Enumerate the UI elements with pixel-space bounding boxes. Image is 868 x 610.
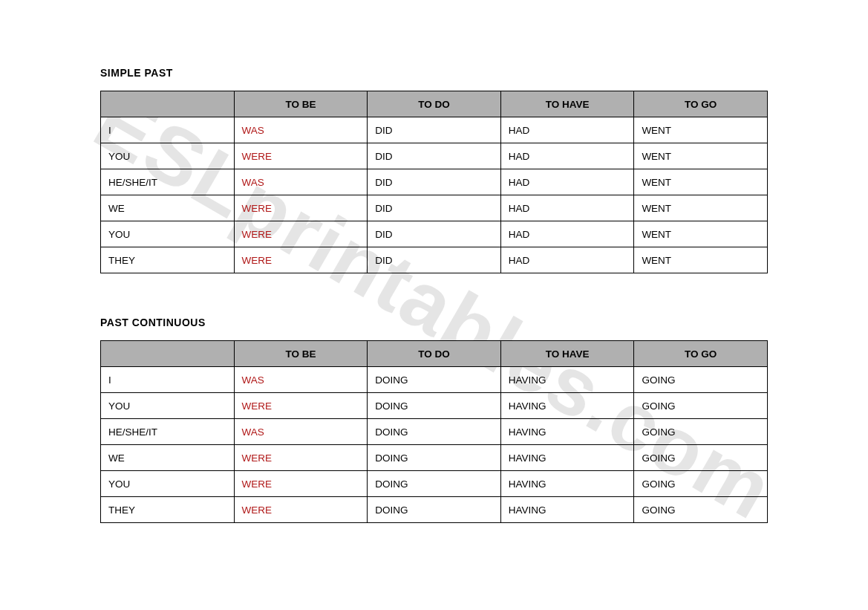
cell-have: HAD — [500, 247, 634, 273]
cell-go: WENT — [634, 169, 768, 195]
header-to-do: TO DO — [368, 91, 501, 117]
cell-pronoun: YOU — [101, 221, 235, 247]
cell-have: HAD — [500, 169, 634, 195]
cell-pronoun: THEY — [101, 247, 235, 273]
table-row: I WAS DID HAD WENT — [101, 117, 768, 143]
cell-be: WAS — [234, 117, 368, 143]
cell-do: DOING — [368, 471, 501, 497]
table-row: WE WERE DOING HAVING GOING — [101, 445, 768, 471]
table-header-row: TO BE TO DO TO HAVE TO GO — [101, 91, 768, 117]
cell-have: HAVING — [500, 393, 634, 419]
header-blank — [101, 91, 235, 117]
header-blank — [101, 341, 235, 367]
cell-be: WERE — [234, 497, 368, 523]
cell-have: HAVING — [500, 497, 634, 523]
table-row: YOU WERE DID HAD WENT — [101, 221, 768, 247]
cell-pronoun: YOU — [101, 471, 235, 497]
cell-go: WENT — [634, 247, 768, 273]
table-past-continuous: TO BE TO DO TO HAVE TO GO I WAS DOING HA… — [100, 340, 768, 523]
cell-go: GOING — [634, 445, 768, 471]
cell-go: WENT — [634, 117, 768, 143]
table-row: I WAS DOING HAVING GOING — [101, 367, 768, 393]
header-to-go: TO GO — [634, 341, 768, 367]
cell-go: GOING — [634, 497, 768, 523]
cell-have: HAD — [500, 195, 634, 221]
table-row: WE WERE DID HAD WENT — [101, 195, 768, 221]
cell-pronoun: HE/SHE/IT — [101, 169, 235, 195]
cell-be: WERE — [234, 195, 368, 221]
cell-have: HAD — [500, 221, 634, 247]
table-simple-past: TO BE TO DO TO HAVE TO GO I WAS DID HAD … — [100, 91, 768, 273]
cell-be: WERE — [234, 393, 368, 419]
section-title-simple-past: SIMPLE PAST — [100, 67, 768, 79]
cell-have: HAVING — [500, 419, 634, 445]
header-to-have: TO HAVE — [500, 91, 634, 117]
cell-do: DOING — [368, 393, 501, 419]
cell-go: WENT — [634, 195, 768, 221]
cell-be: WERE — [234, 143, 368, 169]
cell-do: DID — [368, 143, 501, 169]
cell-do: DOING — [368, 419, 501, 445]
header-to-be: TO BE — [234, 91, 368, 117]
cell-go: GOING — [634, 471, 768, 497]
table-row: THEY WERE DOING HAVING GOING — [101, 497, 768, 523]
cell-go: GOING — [634, 419, 768, 445]
cell-do: DOING — [368, 497, 501, 523]
cell-be: WERE — [234, 445, 368, 471]
cell-have: HAD — [500, 117, 634, 143]
cell-pronoun: HE/SHE/IT — [101, 419, 235, 445]
cell-have: HAVING — [500, 445, 634, 471]
cell-be: WAS — [234, 367, 368, 393]
cell-pronoun: YOU — [101, 143, 235, 169]
page-content: SIMPLE PAST TO BE TO DO TO HAVE TO GO I … — [0, 0, 868, 523]
cell-do: DOING — [368, 367, 501, 393]
cell-be: WERE — [234, 221, 368, 247]
cell-go: WENT — [634, 143, 768, 169]
table-header-row: TO BE TO DO TO HAVE TO GO — [101, 341, 768, 367]
cell-have: HAVING — [500, 367, 634, 393]
cell-go: WENT — [634, 221, 768, 247]
cell-go: GOING — [634, 393, 768, 419]
header-to-have: TO HAVE — [500, 341, 634, 367]
cell-be: WERE — [234, 471, 368, 497]
cell-be: WAS — [234, 169, 368, 195]
table-row: HE/SHE/IT WAS DOING HAVING GOING — [101, 419, 768, 445]
cell-pronoun: I — [101, 367, 235, 393]
cell-pronoun: WE — [101, 195, 235, 221]
cell-do: DID — [368, 117, 501, 143]
cell-do: DID — [368, 169, 501, 195]
header-to-go: TO GO — [634, 91, 768, 117]
cell-do: DID — [368, 221, 501, 247]
cell-pronoun: WE — [101, 445, 235, 471]
table-row: THEY WERE DID HAD WENT — [101, 247, 768, 273]
section-title-past-continuous: PAST CONTINUOUS — [100, 317, 768, 328]
cell-do: DID — [368, 195, 501, 221]
header-to-do: TO DO — [368, 341, 501, 367]
table-row: HE/SHE/IT WAS DID HAD WENT — [101, 169, 768, 195]
cell-pronoun: YOU — [101, 393, 235, 419]
cell-pronoun: I — [101, 117, 235, 143]
cell-be: WERE — [234, 247, 368, 273]
cell-be: WAS — [234, 419, 368, 445]
table-row: YOU WERE DOING HAVING GOING — [101, 393, 768, 419]
table-row: YOU WERE DID HAD WENT — [101, 143, 768, 169]
cell-go: GOING — [634, 367, 768, 393]
cell-do: DOING — [368, 445, 501, 471]
cell-have: HAD — [500, 143, 634, 169]
cell-pronoun: THEY — [101, 497, 235, 523]
cell-do: DID — [368, 247, 501, 273]
header-to-be: TO BE — [234, 341, 368, 367]
cell-have: HAVING — [500, 471, 634, 497]
table-row: YOU WERE DOING HAVING GOING — [101, 471, 768, 497]
